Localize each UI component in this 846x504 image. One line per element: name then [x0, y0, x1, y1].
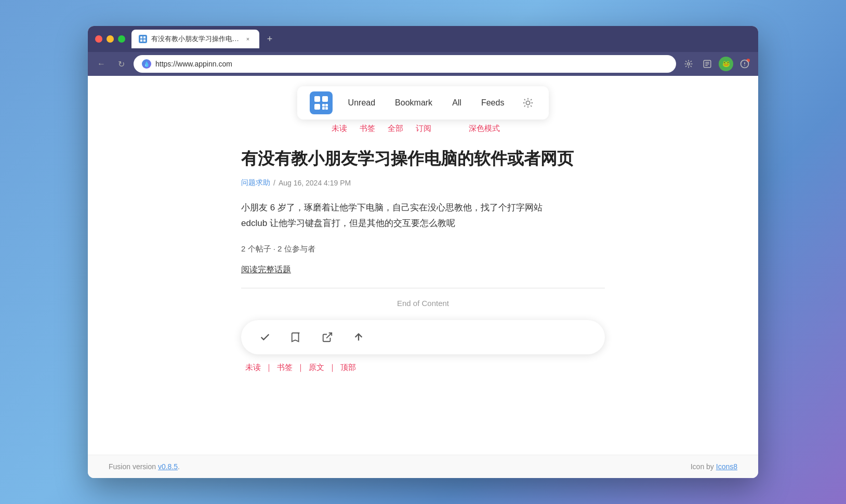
svg-rect-3 [143, 39, 146, 42]
svg-line-29 [326, 333, 332, 338]
read-full-link[interactable]: 阅读完整话题 [241, 264, 291, 275]
article-body-line1: 小朋友 6 岁了，琢磨着让他学下电脑，自己实在没心思教他，找了个打字网站 [241, 200, 605, 216]
nav-unread[interactable]: Unread [340, 94, 384, 112]
svg-line-24 [531, 105, 532, 107]
nav-bookmark[interactable]: Bookmark [387, 94, 441, 112]
minimize-button[interactable] [107, 35, 114, 43]
end-of-content: End of Content [241, 299, 605, 308]
article-body: 小朋友 6 岁了，琢磨着让他学下电脑，自己实在没心思教他，找了个打字网站 edc… [241, 200, 605, 232]
footer-version-text: Fusion version [109, 462, 158, 471]
tab-area: 有没有教小朋友学习操作电脑的 × + [131, 30, 751, 48]
svg-line-28 [531, 99, 532, 100]
svg-line-23 [524, 99, 525, 100]
annotation-dark-mode: 深色模式 [438, 124, 521, 134]
url-text: https://www.appinn.com [155, 60, 232, 68]
warning-badge[interactable] [737, 57, 752, 71]
close-button[interactable] [95, 35, 102, 43]
article-title: 有没有教小朋友学习操作电脑的软件或者网页 [241, 148, 605, 170]
svg-rect-18 [322, 107, 325, 110]
article-body-line2: edclub 让他学习键盘盲打，但是其他的交互要怎么教呢 [241, 216, 605, 232]
svg-rect-19 [325, 107, 328, 110]
svg-rect-16 [322, 104, 325, 107]
open-original-button[interactable] [312, 325, 343, 349]
bottom-unread-label: 未读 [241, 363, 265, 373]
browser-window: 有没有教小朋友学习操作电脑的 × + ← ↻ 💧 https://www.app… [88, 26, 758, 478]
footer-icon-text: Icon by [691, 462, 716, 471]
bottom-top-label: 顶部 [336, 363, 360, 373]
reader-mode-icon[interactable] [700, 57, 715, 71]
maximize-button[interactable] [118, 35, 125, 43]
svg-point-20 [526, 101, 530, 104]
bottom-annotation: 未读 ｜ 书签 ｜ 原文 ｜ 顶部 [241, 363, 605, 373]
new-tab-button[interactable]: + [262, 32, 277, 46]
article-meta: 问题求助 / Aug 16, 2024 4:19 PM [241, 178, 605, 188]
refresh-button[interactable]: ↻ [114, 57, 128, 71]
annotation-bookmark: 书签 [353, 124, 381, 134]
svg-rect-0 [140, 36, 142, 38]
user-avatar[interactable]: 🐸 [719, 57, 733, 71]
traffic-lights [95, 35, 125, 43]
fusion-logo [310, 91, 333, 114]
footer-icon-credit: Icon by Icons8 [691, 462, 737, 471]
toolbar-icons: 🐸 [681, 57, 752, 71]
article-container: 有没有教小朋友学习操作电脑的软件或者网页 问题求助 / Aug 16, 2024… [241, 148, 605, 373]
tab-title: 有没有教小朋友学习操作电脑的 [151, 34, 240, 44]
mark-unread-button[interactable] [249, 325, 281, 349]
annotation-all: 全部 [381, 124, 409, 134]
article-stats: 2 个帖子 · 2 位参与者 [241, 244, 605, 254]
back-to-top-button[interactable] [343, 325, 374, 349]
article-date: Aug 16, 2024 4:19 PM [279, 179, 351, 187]
svg-rect-2 [140, 39, 142, 42]
svg-rect-17 [325, 104, 328, 107]
bottom-bookmark-label: 书签 [273, 363, 297, 373]
footer-version: Fusion version v0.8.5. [109, 462, 180, 471]
bottom-original-label: 原文 [305, 363, 328, 373]
title-bar: 有没有教小朋友学习操作电脑的 × + [88, 26, 758, 52]
fusion-toolbar: Unread Bookmark All Feeds [297, 86, 549, 120]
svg-rect-15 [314, 104, 320, 110]
footer-version-link[interactable]: v0.8.5 [158, 462, 178, 471]
tab-close-icon[interactable]: × [244, 35, 252, 43]
tab-favicon [139, 35, 147, 43]
toolbar-annotation: 未读 书签 全部 订阅 深色模式 [325, 124, 521, 134]
address-bar: ← ↻ 💧 https://www.appinn.com � [88, 52, 758, 76]
site-icon: 💧 [142, 59, 151, 69]
svg-line-27 [524, 105, 525, 107]
svg-rect-1 [143, 36, 146, 38]
bottom-action-bar [241, 320, 605, 354]
page-footer: Fusion version v0.8.5. Icon by Icons8 [88, 455, 758, 478]
annotation-unread: 未读 [325, 124, 353, 134]
extensions-icon[interactable] [681, 57, 696, 71]
svg-point-4 [688, 63, 690, 65]
back-button[interactable]: ← [94, 57, 109, 71]
footer-version-end: . [178, 462, 180, 471]
active-tab[interactable]: 有没有教小朋友学习操作电脑的 × [131, 30, 259, 48]
svg-point-12 [744, 65, 745, 67]
dark-mode-toggle[interactable] [520, 95, 536, 111]
annotation-feeds: 订阅 [409, 124, 438, 134]
nav-feeds[interactable]: Feeds [473, 94, 512, 112]
url-bar[interactable]: 💧 https://www.appinn.com [134, 55, 676, 73]
footer-icon-link[interactable]: Icons8 [716, 462, 737, 471]
svg-rect-14 [322, 96, 328, 102]
article-category: 问题求助 [241, 178, 270, 188]
bookmark-button[interactable] [281, 325, 312, 349]
meta-separator: / [273, 179, 275, 187]
divider [241, 288, 605, 288]
nav-all[interactable]: All [444, 94, 470, 112]
svg-rect-13 [314, 96, 320, 102]
page-content: Unread Bookmark All Feeds 未读 [88, 76, 758, 455]
